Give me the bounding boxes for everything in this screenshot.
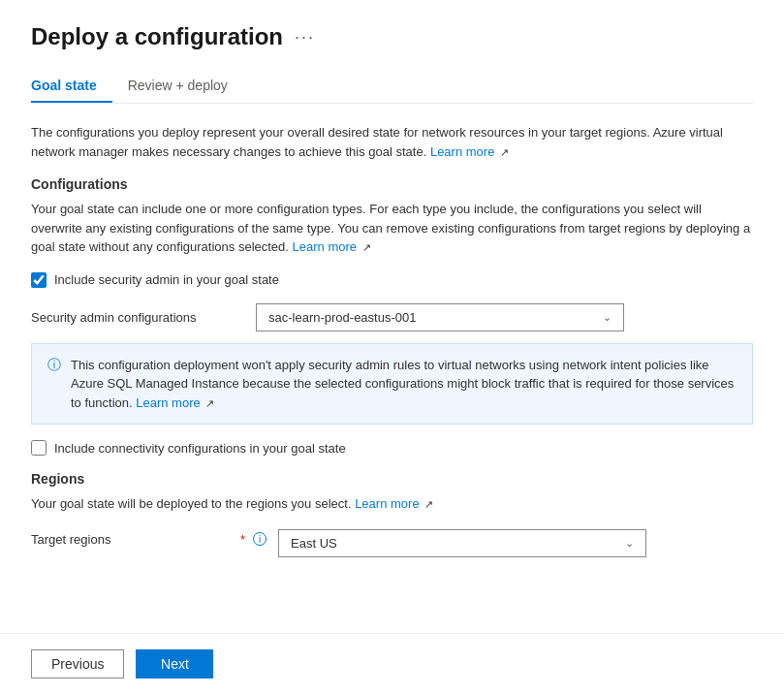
target-regions-dropdown[interactable]: East US ⌄ bbox=[278, 529, 646, 557]
tab-review-deploy[interactable]: Review + deploy bbox=[128, 70, 243, 103]
tab-goal-state[interactable]: Goal state bbox=[31, 70, 112, 103]
info-banner: ⓘ This configuration deployment won't ap… bbox=[31, 343, 753, 426]
security-admin-dropdown-value: sac-learn-prod-eastus-001 bbox=[268, 310, 416, 325]
target-regions-chevron-icon: ⌄ bbox=[625, 537, 634, 550]
configurations-external-icon: ↗ bbox=[362, 241, 371, 253]
info-circle-icon: ⓘ bbox=[47, 357, 61, 413]
tab-bar: Goal state Review + deploy bbox=[31, 70, 753, 104]
required-indicator: * bbox=[240, 532, 245, 547]
next-button[interactable]: Next bbox=[136, 649, 213, 678]
regions-title: Regions bbox=[31, 471, 753, 487]
dropdown-chevron-icon: ⌄ bbox=[603, 311, 612, 324]
page-header: Deploy a configuration ··· bbox=[31, 23, 753, 50]
security-admin-form-row: Security admin configurations sac-learn-… bbox=[31, 303, 753, 331]
intro-learn-more-link[interactable]: Learn more bbox=[430, 144, 494, 159]
regions-description: Your goal state will be deployed to the … bbox=[31, 494, 753, 514]
info-banner-external-icon: ↗ bbox=[205, 397, 214, 409]
info-banner-text: This configuration deployment won't appl… bbox=[71, 356, 737, 413]
target-regions-info-icon[interactable]: i bbox=[253, 532, 267, 546]
connectivity-checkbox[interactable] bbox=[31, 440, 47, 456]
security-admin-checkbox-row: Include security admin in your goal stat… bbox=[31, 272, 753, 288]
security-admin-checkbox[interactable] bbox=[31, 272, 47, 288]
target-regions-value: East US bbox=[291, 536, 337, 551]
connectivity-checkbox-row: Include connectivity configurations in y… bbox=[31, 440, 753, 456]
configurations-description: Your goal state can include one or more … bbox=[31, 200, 753, 257]
security-admin-checkbox-label: Include security admin in your goal stat… bbox=[54, 272, 279, 287]
security-admin-dropdown[interactable]: sac-learn-prod-eastus-001 ⌄ bbox=[256, 303, 624, 331]
security-admin-label: Security admin configurations bbox=[31, 310, 244, 325]
regions-learn-more-link[interactable]: Learn more bbox=[355, 496, 419, 511]
regions-section: Regions Your goal state will be deployed… bbox=[31, 471, 753, 557]
external-link-icon: ↗ bbox=[500, 146, 509, 158]
regions-external-icon: ↗ bbox=[424, 498, 433, 510]
configurations-learn-more-link[interactable]: Learn more bbox=[293, 239, 357, 254]
more-options-icon[interactable]: ··· bbox=[295, 27, 315, 47]
previous-button[interactable]: Previous bbox=[31, 649, 124, 678]
page-title: Deploy a configuration bbox=[31, 23, 283, 50]
configurations-section: Configurations Your goal state can inclu… bbox=[31, 176, 753, 456]
configurations-title: Configurations bbox=[31, 176, 753, 192]
target-regions-form-row: Target regions * i East US ⌄ bbox=[31, 529, 753, 557]
target-regions-label: Target regions bbox=[31, 532, 235, 547]
connectivity-checkbox-label: Include connectivity configurations in y… bbox=[54, 441, 346, 456]
intro-description: The configurations you deploy represent … bbox=[31, 123, 753, 161]
info-banner-learn-more-link[interactable]: Learn more bbox=[136, 395, 200, 410]
footer: Previous Next bbox=[0, 633, 784, 694]
